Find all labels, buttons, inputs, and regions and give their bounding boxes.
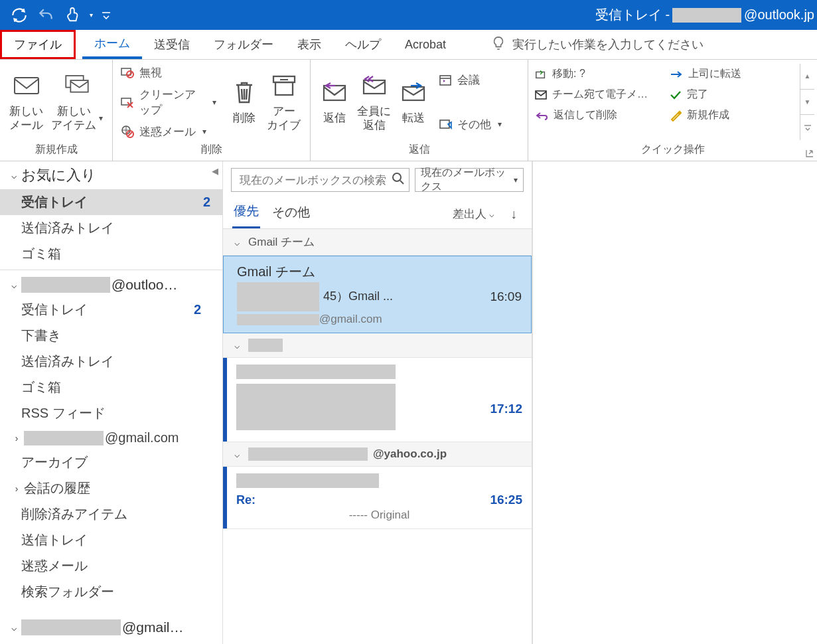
- focused-tab[interactable]: 優先: [232, 200, 260, 228]
- chevron-down-icon: ⌵: [8, 170, 20, 181]
- search-scope-dropdown[interactable]: 現在のメールボックス ▾: [415, 168, 524, 192]
- nav-item[interactable]: 送信済みトレイ: [0, 349, 222, 374]
- message-preview: @gmail.com: [237, 313, 522, 326]
- tell-me-search[interactable]: 実行したい作業を入力してください: [491, 36, 704, 54]
- nav-account-1-header[interactable]: ⌵ @outloo…: [0, 273, 222, 297]
- archive-button[interactable]: アー カイブ: [265, 69, 302, 135]
- tab-send-receive[interactable]: 送受信: [142, 30, 202, 59]
- forward-button[interactable]: 転送: [398, 76, 429, 127]
- message-from: [236, 473, 522, 491]
- group-name-redact: [248, 447, 368, 461]
- nav-favorites-header[interactable]: ⌵ お気に入り: [0, 161, 222, 189]
- nav-item[interactable]: ›会話の履歴: [0, 475, 222, 501]
- quick-steps-launcher[interactable]: [805, 149, 814, 158]
- qs-move-to[interactable]: 移動: ?: [531, 64, 663, 84]
- reply-all-button[interactable]: 全員に 返信: [356, 69, 392, 135]
- meeting-icon: [439, 73, 452, 86]
- qs-create-new[interactable]: 新規作成: [666, 105, 798, 125]
- nav-item[interactable]: 下書き: [0, 323, 222, 349]
- nav-item[interactable]: 受信トレイ2: [0, 297, 222, 323]
- reply-button[interactable]: 返信: [319, 76, 350, 127]
- sync-icon-button[interactable]: [7, 2, 32, 29]
- message-subject: Re:: [236, 493, 256, 507]
- svg-line-30: [400, 181, 404, 184]
- touch-mode-icon-button[interactable]: [60, 2, 85, 29]
- other-tab[interactable]: その他: [271, 201, 311, 228]
- nav-item[interactable]: 検索フォルダー: [0, 579, 222, 605]
- group-title-quick: クイック操作: [528, 140, 817, 161]
- delete-label: 削除: [233, 112, 256, 125]
- nav-item[interactable]: 削除済みアイテム: [0, 501, 222, 527]
- nav-item[interactable]: ゴミ箱: [0, 374, 222, 400]
- title-domain: @outlook.jp: [744, 7, 814, 23]
- tab-folder[interactable]: フォルダー: [202, 30, 285, 59]
- qs-scroll-down[interactable]: ▼: [800, 90, 814, 116]
- message-preview: ----- Original: [236, 509, 522, 522]
- mail-stack-icon: [62, 72, 92, 100]
- nav-item[interactable]: 送信トレイ: [0, 527, 222, 553]
- nav-item[interactable]: 受信トレイ2: [0, 189, 222, 215]
- qs-reply-delete[interactable]: 返信して削除: [531, 105, 663, 125]
- message-group-header[interactable]: ⌵: [223, 333, 532, 358]
- qat-customize-icon-button[interactable]: [97, 2, 115, 29]
- ribbon-tabs: ファイル ホーム 送受信 フォルダー 表示 ヘルプ Acrobat 実行したい作…: [0, 30, 817, 60]
- message-item[interactable]: Re:16:25----- Original: [223, 467, 532, 529]
- nav-account-1-redact: [21, 277, 110, 292]
- nav-item[interactable]: 迷惑メール: [0, 553, 222, 579]
- nav-item[interactable]: 送信済みトレイ: [0, 215, 222, 241]
- navigation-pane: ◂ ⌵ お気に入り 受信トレイ2送信済みトレイゴミ箱 ⌵ @outloo… 受信…: [0, 161, 223, 644]
- qs-scroll-up[interactable]: ▲: [800, 64, 814, 90]
- ignore-button[interactable]: 無視: [121, 65, 216, 80]
- tab-view[interactable]: 表示: [285, 30, 333, 59]
- new-item-button[interactable]: 新しい アイテム ▾: [50, 69, 104, 135]
- qs-team-mail[interactable]: チーム宛て電子メ…: [531, 84, 663, 105]
- nav-account-2-header[interactable]: ⌵ @gmail…: [0, 615, 222, 639]
- tab-help[interactable]: ヘルプ: [333, 30, 393, 59]
- message-item[interactable]: Gmail チーム45）Gmail ...16:09@gmail.com: [223, 256, 532, 333]
- qs-create-new-label: 新規作成: [687, 108, 729, 122]
- search-placeholder: 現在のメールボックスの検索: [240, 173, 386, 188]
- forward-label: 転送: [402, 112, 425, 125]
- nav-item-count: 2: [203, 195, 210, 210]
- meeting-label: 会議: [457, 72, 480, 88]
- sort-direction-button[interactable]: ↓: [505, 206, 522, 222]
- tab-file[interactable]: ファイル: [0, 30, 76, 59]
- title-redacted-account: [672, 8, 741, 23]
- nav-item[interactable]: RSS フィード: [0, 400, 222, 426]
- tab-acrobat[interactable]: Acrobat: [393, 30, 458, 59]
- reply-all-icon: [360, 72, 389, 100]
- nav-item-label: 検索フォルダー: [21, 583, 114, 601]
- ignore-label: 無視: [139, 65, 162, 80]
- junk-button[interactable]: 迷惑メール▾: [121, 124, 216, 139]
- message-list-pane: 現在のメールボックスの検索 現在のメールボックス ▾ 優先 その他 差出人 ⌵ …: [223, 161, 533, 644]
- tab-home[interactable]: ホーム: [82, 30, 142, 59]
- message-from: Gmail チーム: [237, 263, 522, 281]
- qs-forward-boss[interactable]: 上司に転送: [666, 64, 798, 84]
- reply-label: 返信: [323, 112, 346, 125]
- qs-done[interactable]: 完了: [666, 84, 798, 105]
- undo-icon-button[interactable]: [33, 2, 58, 29]
- nav-item[interactable]: ゴミ箱: [0, 241, 222, 267]
- new-mail-button[interactable]: 新しい メール: [8, 69, 44, 135]
- message-group-header[interactable]: ⌵@yahoo.co.jp: [223, 442, 532, 467]
- cleanup-icon: [121, 96, 134, 109]
- bulb-icon: [491, 36, 506, 54]
- nav-item-label: 送信トレイ: [21, 531, 88, 549]
- chevron-down-icon: ⌵: [8, 280, 20, 290]
- forward-icon: [399, 78, 428, 106]
- nav-item[interactable]: ›@gmail.com: [0, 426, 222, 449]
- qs-scroll-more[interactable]: [800, 115, 814, 140]
- nav-item[interactable]: アーカイブ: [0, 449, 222, 475]
- mailbox-search-input[interactable]: 現在のメールボックスの検索: [231, 168, 409, 192]
- delete-button[interactable]: 削除: [228, 76, 260, 127]
- touch-mode-dropdown[interactable]: ▾: [86, 11, 96, 19]
- mail-icon: [12, 72, 41, 100]
- meeting-button[interactable]: 会議: [439, 72, 502, 88]
- message-item[interactable]: 17:12: [223, 358, 532, 442]
- respond-other-button[interactable]: その他▾: [439, 117, 502, 132]
- chevron-icon: ›: [11, 433, 23, 443]
- cleanup-button[interactable]: クリーンアップ▾: [121, 87, 216, 118]
- message-group-header[interactable]: ⌵Gmail チーム: [223, 229, 532, 256]
- sort-by-dropdown[interactable]: 差出人 ⌵: [453, 206, 494, 222]
- nav-collapse-button[interactable]: ◂: [212, 163, 218, 179]
